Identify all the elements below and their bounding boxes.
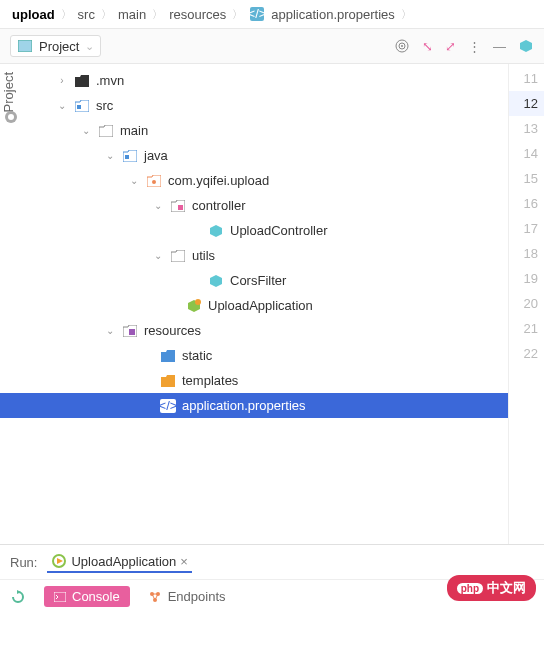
tree-item-label: controller [192,198,245,213]
line-number: 19 [509,266,538,291]
line-number: 21 [509,316,538,341]
endpoints-tab[interactable]: Endpoints [148,589,226,604]
run-tab-label: UploadApplication [71,554,176,569]
breadcrumb-root[interactable]: upload [12,7,55,22]
folder-static-icon [160,348,176,364]
tree-item[interactable]: ⌄utils [0,243,508,268]
svg-point-16 [195,299,201,305]
tree-item[interactable]: ⌄main [0,118,508,143]
expand-arrow-icon[interactable]: ⌄ [128,175,140,186]
project-label: Project [39,39,79,54]
breadcrumb-item[interactable]: src [78,7,95,22]
console-icon [54,592,66,602]
target-icon[interactable] [394,38,410,54]
breadcrumb: upload 〉 src 〉 main 〉 resources 〉 </> ap… [0,0,544,28]
line-number: 12 [509,91,544,116]
svg-point-5 [401,45,403,47]
spring-app-icon [186,298,202,314]
cube-icon[interactable] [518,38,534,54]
breadcrumb-item[interactable]: main [118,7,146,22]
folder-outline-icon [170,248,186,264]
collapse-icon[interactable]: ⤡ [422,39,433,54]
line-number: 17 [509,216,538,241]
folder-outline-icon [98,123,114,139]
console-tab[interactable]: Console [44,586,130,607]
project-icon [17,38,33,54]
editor-gutter: 111213141516171819202122 [508,64,544,544]
tree-item-label: UploadApplication [208,298,313,313]
svg-marker-6 [520,40,532,52]
tree-item[interactable]: templates [0,368,508,393]
line-number: 15 [509,166,538,191]
tree-item[interactable]: UploadController [0,218,508,243]
tree-item[interactable]: CorsFilter [0,268,508,293]
props-file-icon: </> [249,6,265,22]
tree-item-label: application.properties [182,398,306,413]
tree-item-label: templates [182,373,238,388]
tree-item[interactable]: ⌄java [0,143,508,168]
chevron-down-icon: ⌄ [85,40,94,53]
folder-orange-icon [146,173,162,189]
tree-item[interactable]: </>application.properties [0,393,508,418]
class-file-icon [208,273,224,289]
line-number: 14 [509,141,538,166]
svg-rect-12 [178,205,183,210]
chevron-icon: 〉 [101,7,112,22]
watermark-badge: php 中文网 [447,575,536,601]
svg-marker-13 [210,225,222,237]
svg-rect-22 [54,592,66,602]
tree-item-label: java [144,148,168,163]
svg-rect-10 [125,155,129,159]
expand-arrow-icon[interactable]: ⌄ [80,125,92,136]
tree-item[interactable]: static [0,343,508,368]
tree-item-label: main [120,123,148,138]
project-tree[interactable]: ›.mvn⌄src⌄main⌄java⌄com.yqifei.upload⌄co… [0,64,508,544]
minimize-icon[interactable]: — [493,39,506,54]
folder-blue-icon [74,98,90,114]
tree-item[interactable]: ⌄resources [0,318,508,343]
svg-text:</>: </> [250,7,264,21]
class-file-icon [208,223,224,239]
chevron-icon: 〉 [152,7,163,22]
tree-item-label: utils [192,248,215,263]
breadcrumb-item[interactable]: application.properties [271,7,395,22]
tree-item[interactable]: ⌄src [0,93,508,118]
expand-arrow-icon[interactable]: ⌄ [152,250,164,261]
project-tool-tab[interactable]: Project [1,72,16,112]
props-file-icon: </> [160,398,176,414]
endpoints-icon [148,590,162,604]
tree-item[interactable]: ⌄controller [0,193,508,218]
breadcrumb-item[interactable]: resources [169,7,226,22]
structure-icon[interactable] [4,110,18,124]
rerun-icon[interactable] [10,589,26,605]
run-tool-window: Run: UploadApplication × [0,544,544,579]
tree-item-label: .mvn [96,73,124,88]
line-number: 22 [509,341,538,366]
chevron-icon: 〉 [401,7,412,22]
more-icon[interactable]: ⋮ [468,39,481,54]
svg-text:</>: </> [160,399,176,413]
expand-arrow-icon[interactable]: ⌄ [56,100,68,111]
tree-item-label: static [182,348,212,363]
run-tab[interactable]: UploadApplication × [47,551,191,573]
line-number: 20 [509,291,538,316]
svg-point-11 [152,180,156,184]
run-label: Run: [10,555,37,570]
folder-dark-icon [74,73,90,89]
expand-arrow-icon[interactable]: › [56,75,68,86]
line-number: 16 [509,191,538,216]
svg-marker-14 [210,275,222,287]
expand-icon[interactable]: ⤢ [445,39,456,54]
tree-item[interactable]: ›.mvn [0,68,508,93]
expand-arrow-icon[interactable]: ⌄ [104,150,116,161]
tree-item[interactable]: UploadApplication [0,293,508,318]
folder-blue-icon [122,148,138,164]
tree-item-label: com.yqifei.upload [168,173,269,188]
tree-item[interactable]: ⌄com.yqifei.upload [0,168,508,193]
tree-item-label: CorsFilter [230,273,286,288]
expand-arrow-icon[interactable]: ⌄ [152,200,164,211]
project-toolbar: Project ⌄ ⤡ ⤢ ⋮ — [0,28,544,64]
expand-arrow-icon[interactable]: ⌄ [104,325,116,336]
close-icon[interactable]: × [180,554,188,569]
project-dropdown[interactable]: Project ⌄ [10,35,101,57]
